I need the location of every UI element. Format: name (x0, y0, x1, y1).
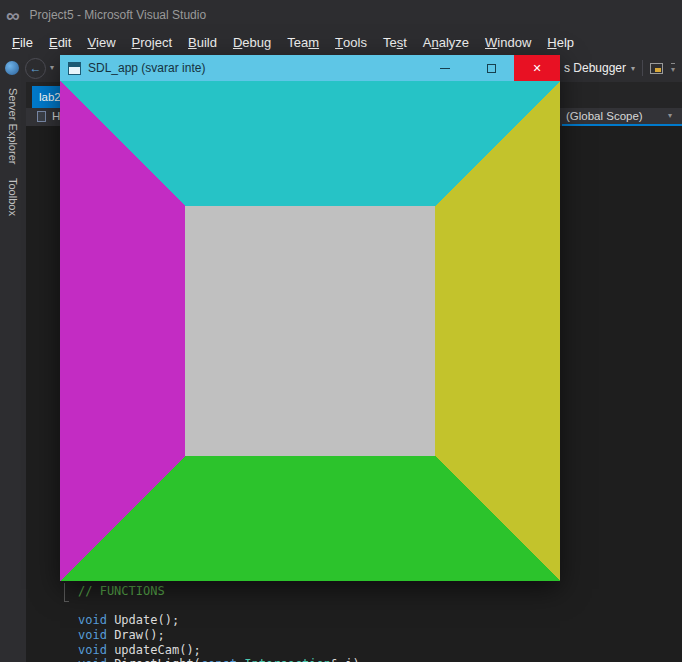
sdl-window-controls: ✕ (422, 55, 560, 81)
menu-item-test[interactable]: Test (375, 30, 415, 54)
code-line: void updateCam(); (78, 643, 367, 658)
menu-item-window[interactable]: Window (477, 30, 539, 54)
menu-item-help[interactable]: Help (539, 30, 582, 54)
code-line: void DirectLight(const Intersection& i); (78, 657, 367, 662)
screen: { "window": { "title": "Project5 - Micro… (0, 0, 682, 662)
code-area: // FUNCTIONS void Update();void Draw();v… (78, 584, 367, 662)
toolbar-icon[interactable] (5, 61, 19, 75)
chevron-down-icon[interactable]: ▾ (631, 64, 635, 73)
minimize-button[interactable] (422, 55, 468, 81)
sidebar-tab-server-explorer[interactable]: Server Explorer (7, 88, 19, 164)
debugger-dropdown[interactable]: s Debugger (564, 61, 626, 75)
sdl-render-viewport[interactable] (60, 81, 560, 581)
sdl-app-window: SDL_app (svarar inte) ✕ (60, 55, 560, 581)
file-icon (37, 111, 46, 122)
chevron-down-icon[interactable]: ▾ (50, 64, 54, 72)
menu-item-build[interactable]: Build (180, 30, 225, 54)
toolbar-overflow-button[interactable]: ▾ (671, 63, 675, 74)
sdl-window-title: SDL_app (svarar inte) (88, 61, 205, 75)
sdl-title-bar[interactable]: SDL_app (svarar inte) ✕ (60, 55, 560, 81)
menu-item-team[interactable]: Team (279, 30, 327, 54)
vs-title-bar: ∞ Project5 - Microsoft Visual Studio (0, 0, 682, 30)
menu-bar: FileEditViewProjectBuildDebugTeamToolsTe… (0, 30, 682, 54)
menu-item-project[interactable]: Project (124, 30, 180, 54)
menu-item-file[interactable]: File (4, 30, 41, 54)
menu-item-debug[interactable]: Debug (225, 30, 279, 54)
scene-back-wall (185, 206, 435, 456)
menu-item-analyze[interactable]: Analyze (415, 30, 477, 54)
maximize-icon (487, 64, 496, 73)
code-line: // FUNCTIONS (78, 584, 367, 599)
navigate-back-button[interactable]: ← (25, 58, 46, 79)
toolbar-window-icon[interactable] (650, 63, 663, 74)
sdl-app-icon (68, 62, 81, 75)
code-line: void Draw(); (78, 628, 367, 643)
left-tool-strip: Server Explorer Toolbox (0, 82, 26, 662)
chevron-down-icon[interactable]: ▾ (668, 112, 672, 120)
sidebar-tab-toolbox[interactable]: Toolbox (7, 178, 19, 216)
maximize-button[interactable] (468, 55, 514, 81)
menu-item-tools[interactable]: Tools (327, 30, 375, 54)
toolbar-right: s Debugger ▾ ▾ (560, 54, 682, 82)
code-line (78, 599, 367, 614)
minimize-icon (440, 68, 450, 69)
outline-guide-tick (64, 601, 69, 602)
outline-guide-line (64, 583, 65, 601)
scope-dropdown[interactable]: (Global Scope) (566, 110, 643, 122)
close-button[interactable]: ✕ (514, 55, 560, 81)
code-line: void Update(); (78, 613, 367, 628)
window-title: Project5 - Microsoft Visual Studio (30, 8, 207, 22)
toolbar-separator (642, 60, 643, 76)
visual-studio-logo-icon: ∞ (6, 6, 20, 25)
menu-item-edit[interactable]: Edit (41, 30, 79, 54)
menu-item-view[interactable]: View (79, 30, 123, 54)
